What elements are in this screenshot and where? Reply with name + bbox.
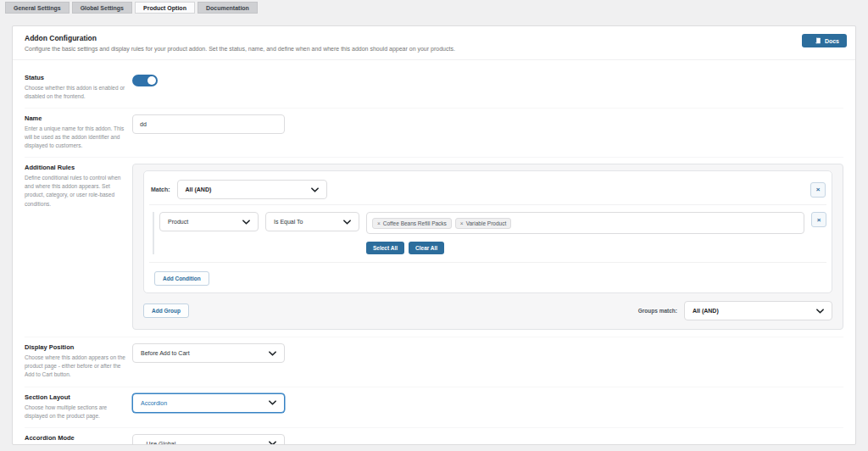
docs-button[interactable]: Docs xyxy=(802,34,847,47)
match-select-value: All (AND) xyxy=(186,187,212,192)
section-layout-label: Section Layout xyxy=(25,393,125,401)
conditions-section: Product Is Equal To xyxy=(153,212,826,254)
tag-variable-product: × Variable Product xyxy=(455,218,511,229)
accordion-mode-description: Single: Only one section open at a time.… xyxy=(25,444,125,445)
add-condition-button[interactable]: Add Condition xyxy=(154,271,209,286)
tab-product-option[interactable]: Product Option xyxy=(135,2,195,14)
close-icon: × xyxy=(816,186,821,193)
status-label: Status xyxy=(25,74,125,81)
addon-configuration-card: Addon Configuration Configure the basic … xyxy=(12,25,856,445)
additional-rules-row: Additional Rules Define conditional rule… xyxy=(25,158,843,337)
tag-label: Coffee Beans Refill Packs xyxy=(383,220,447,226)
tab-global-settings[interactable]: Global Settings xyxy=(72,2,132,14)
chevron-down-icon xyxy=(269,400,276,405)
groups-match-select[interactable]: All (AND) xyxy=(684,301,832,320)
tag-label: Variable Product xyxy=(466,220,507,226)
condition-row: Product Is Equal To xyxy=(159,212,826,234)
display-position-row: Display Position Choose where this addon… xyxy=(25,337,843,387)
section-layout-value: Accordion xyxy=(141,400,167,406)
tag-remove-icon[interactable]: × xyxy=(460,220,464,226)
tab-documentation[interactable]: Documentation xyxy=(198,2,258,14)
add-condition-row: Add Condition xyxy=(149,262,826,292)
chevron-down-icon xyxy=(343,220,351,225)
close-icon: × xyxy=(817,216,821,224)
chevron-down-icon xyxy=(269,441,276,445)
settings-tab-bar: General Settings Global Settings Product… xyxy=(0,0,868,14)
name-row: Name Enter a unique name for this addon.… xyxy=(25,109,843,158)
status-description: Choose whether this addon is enabled or … xyxy=(25,84,125,101)
remove-group-button[interactable]: × xyxy=(810,182,826,198)
rules-footer: Add Group Groups match: All (AND) xyxy=(143,301,832,320)
select-all-button[interactable]: Select All xyxy=(366,242,404,254)
toggle-knob xyxy=(147,76,156,85)
docs-button-label: Docs xyxy=(825,38,839,44)
condition-type-value: Product xyxy=(168,219,188,225)
status-toggle[interactable] xyxy=(132,75,158,86)
condition-operator-select[interactable]: Is Equal To xyxy=(265,212,359,231)
tab-general-settings[interactable]: General Settings xyxy=(5,2,70,14)
name-description: Enter a unique name for this addon. This… xyxy=(25,125,125,150)
chevron-down-icon xyxy=(269,351,276,356)
match-select[interactable]: All (AND) xyxy=(177,180,327,199)
tag-coffee-beans-refill-packs: × Coffee Beans Refill Packs xyxy=(372,218,452,229)
clear-all-button[interactable]: Clear All xyxy=(409,242,444,254)
rules-panel: Match: All (AND) × xyxy=(132,164,843,330)
rule-group: Match: All (AND) × xyxy=(143,170,832,293)
remove-condition-button[interactable]: × xyxy=(811,212,826,227)
page-title: Addon Configuration xyxy=(25,34,843,42)
groups-match: Groups match: All (AND) xyxy=(638,301,832,320)
display-position-select[interactable]: Before Add to Cart xyxy=(132,343,285,363)
display-position-value: Before Add to Cart xyxy=(141,350,190,356)
condition-values-input[interactable]: × Coffee Beans Refill Packs × Variable P… xyxy=(366,212,804,234)
display-position-description: Choose where this addon appears on the p… xyxy=(25,354,125,379)
chevron-down-icon xyxy=(816,309,824,314)
groups-match-label: Groups match: xyxy=(638,308,677,314)
accordion-mode-row: Accordion Mode Single: Only one section … xyxy=(25,428,843,445)
accordion-mode-value: -- Use Global -- xyxy=(141,441,181,445)
status-row: Status Choose whether this addon is enab… xyxy=(25,68,843,109)
page-subtitle: Configure the basic settings and display… xyxy=(25,46,843,52)
condition-type-select[interactable]: Product xyxy=(159,212,259,231)
rules-description: Define conditional rules to control when… xyxy=(25,174,125,208)
match-row: Match: All (AND) × xyxy=(149,176,826,205)
accordion-mode-select[interactable]: -- Use Global -- xyxy=(132,434,285,445)
name-input[interactable] xyxy=(132,114,285,134)
display-position-label: Display Position xyxy=(25,343,125,351)
card-content: Status Choose whether this addon is enab… xyxy=(13,60,855,445)
section-layout-select[interactable]: Accordion xyxy=(132,393,285,413)
accordion-mode-label: Accordion Mode xyxy=(25,434,125,442)
groups-match-value: All (AND) xyxy=(693,308,719,314)
rules-label: Additional Rules xyxy=(25,164,125,171)
book-icon xyxy=(815,37,821,44)
bulk-select-buttons: Select All Clear All xyxy=(366,242,826,254)
chevron-down-icon xyxy=(311,187,319,192)
add-group-button[interactable]: Add Group xyxy=(143,303,189,318)
card-header: Addon Configuration Configure the basic … xyxy=(13,26,855,60)
tag-remove-icon[interactable]: × xyxy=(377,220,381,226)
name-label: Name xyxy=(25,114,125,122)
section-layout-row: Section Layout Choose how multiple secti… xyxy=(25,387,843,428)
chevron-down-icon xyxy=(242,220,250,225)
section-layout-description: Choose how multiple sections are display… xyxy=(25,404,125,420)
condition-operator-value: Is Equal To xyxy=(274,219,303,225)
match-label: Match: xyxy=(151,187,170,192)
